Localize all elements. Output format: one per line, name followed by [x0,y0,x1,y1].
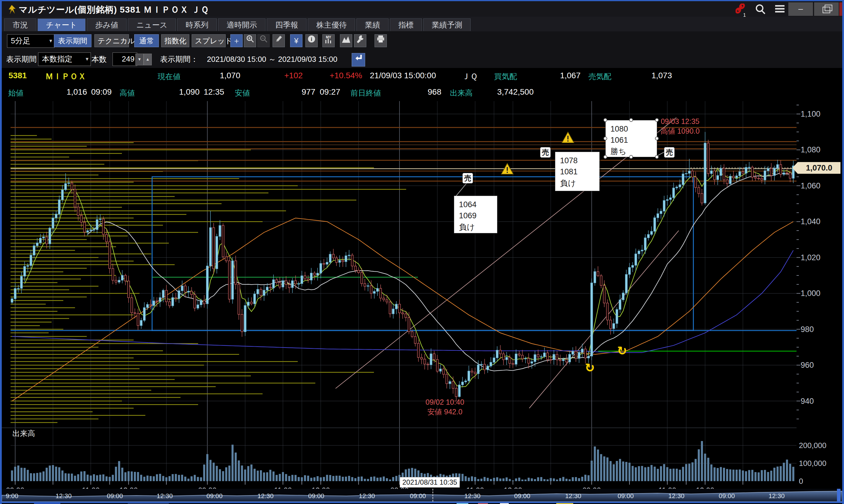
period-button[interactable]: 表示期間 [54,34,91,47]
timeframe-select[interactable]: 5分足▼ [7,34,54,48]
sell-marker-0[interactable]: 売 [463,173,473,183]
tab-10[interactable]: 業績予測 [423,18,471,31]
tab-6[interactable]: 四季報 [267,18,307,31]
range-label: 表示期間： [160,54,198,65]
zoom-in-icon [246,35,254,43]
trend-line[interactable] [529,231,679,408]
callout-line: 負け [459,221,497,233]
navigator-time-label: 12:30 [157,492,173,500]
reset-range-button[interactable] [352,53,365,67]
chart-note-0: 09/03 12:35高値 1090.0 [661,116,700,136]
close-button[interactable]: × [839,2,844,16]
note-line: 09/03 12:35 [661,116,700,126]
tab-5[interactable]: 適時開示 [218,18,266,31]
title-bar[interactable]: マルチツール(個別銘柄) 5381 ＭＩＰＯＸ ＪＱ 1 – × [2,1,842,17]
navigator-cursor[interactable] [433,489,433,502]
technical-button[interactable]: テクニカル [94,34,129,47]
selection-handle[interactable] [655,137,659,140]
search-icon[interactable] [754,3,767,15]
zoom-in-button[interactable] [244,34,256,47]
reverse-signal-icon-0: ↻ [585,361,595,375]
tab-8[interactable]: 業績 [356,18,389,31]
selection-handle[interactable] [655,118,659,122]
navigator-time-label: 12:30 [257,492,273,500]
callout-line: 負け [560,178,599,189]
reverse-signal-icon-1: ↻ [617,344,627,358]
tab-1[interactable]: チャート [37,18,86,31]
tab-7[interactable]: 株主優待 [308,18,355,31]
normal-button[interactable]: 通常 [134,34,159,47]
tab-9[interactable]: 指標 [390,18,422,31]
indexed-button[interactable]: 指数化 [161,34,189,47]
yen-button[interactable]: ¥ [290,34,302,47]
navigator-right-handle[interactable] [837,489,841,502]
draw-button[interactable] [272,34,285,47]
restore-button[interactable] [814,2,839,16]
axis-date-tooltip: 2021/08/31 10:35 [400,477,460,488]
tab-2[interactable]: 歩み値 [87,18,127,31]
chart-navigator[interactable]: 9:0012:3009:0012:3009:0012:3009:0012:300… [2,489,842,502]
zoom-out-button[interactable] [257,34,270,47]
print-button[interactable] [375,34,387,47]
high-time: 12:35 [204,87,224,97]
volume-axis-label: 200,000 [799,441,826,450]
tab-4[interactable]: 時系列 [177,18,217,31]
price-change: +102 [266,71,303,80]
my-indicator-button[interactable]: MY [322,34,335,47]
tab-bar: 市況チャート歩み値ニュース時系列適時開示四季報株主優待業績指標業績予測 [2,17,844,32]
tab-3[interactable]: ニュース [128,18,176,31]
bar-count-input[interactable]: 249 [112,52,137,66]
ma-mid [88,173,793,371]
crosshair-button[interactable]: ＋ [230,34,243,47]
settings-wrench-button[interactable] [354,34,366,47]
warning-icon-1 [561,131,574,144]
quote-datetime: 21/09/03 15:00:00 [370,71,436,80]
note-line: 安値 942.0 [426,407,464,417]
menu-icon[interactable] [773,3,787,15]
callout-connector [456,182,467,196]
count-up-button[interactable]: ▲ [144,54,152,65]
volume-label: 出来高 [450,88,473,98]
note-line: 09/02 10:40 [426,397,464,407]
navigator-time-label: 12:30 [359,492,375,500]
callout-line: 1081 [560,166,599,177]
price-axis-label: 960 [801,361,814,370]
navigator-time-label: 09:00 [308,492,324,500]
count-down-button[interactable]: ▼ [136,54,144,65]
navigator-time-label: 12:30 [668,492,684,500]
trade-callout-box-2[interactable]: 10801061勝ち [606,120,657,157]
trade-callout-box-0[interactable]: 10641069負け [454,196,497,233]
selection-handle[interactable] [655,155,659,159]
price-volume-chart[interactable]: 1,1001,0801,0601,0401,0201,0009809609402… [2,100,842,490]
selection-handle[interactable] [604,155,607,159]
svg-text:i: i [311,36,312,42]
price-axis-label: 1,040 [801,217,821,226]
info-button[interactable]: i [305,34,318,47]
trade-callout-box-1[interactable]: 10781081負け [555,152,599,191]
price-axis-label: 1,020 [801,253,821,262]
link-icon[interactable]: 1 [734,3,748,15]
selection-handle[interactable] [604,118,607,122]
spread-button[interactable]: スプレッド [192,34,226,47]
period-mode-select[interactable]: 本数指定▼ [38,52,91,66]
chart-style-button[interactable] [340,34,352,47]
price-axis-label: 1,000 [801,289,821,298]
stock-code: 5381 [8,71,27,80]
selection-handle[interactable] [629,118,633,122]
quote-row-1: 5381 ＭＩＰＯＸ 現在値 1,070 +102 +10.54% 21/09/… [2,68,842,84]
warning-icon-0 [501,163,514,176]
timeframe-value: 5分足 [11,36,30,45]
minimize-button[interactable]: – [788,2,813,16]
navigator-time-label: 12:30 [565,492,581,500]
selection-handle[interactable] [604,137,607,140]
current-price: 1,070 [207,71,240,80]
selection-handle[interactable] [629,155,633,159]
prev-close: 968 [409,87,441,97]
high-label: 高値 [120,88,135,98]
sell-marker-1[interactable]: 売 [540,147,551,158]
low-price: 977 [277,87,315,97]
chart-canvas[interactable]: 1,1001,0801,0601,0401,0201,0009809609402… [2,100,842,490]
sell-marker-2[interactable]: 売 [664,147,675,158]
wrench-icon [356,35,364,43]
tab-0[interactable]: 市況 [4,18,36,31]
